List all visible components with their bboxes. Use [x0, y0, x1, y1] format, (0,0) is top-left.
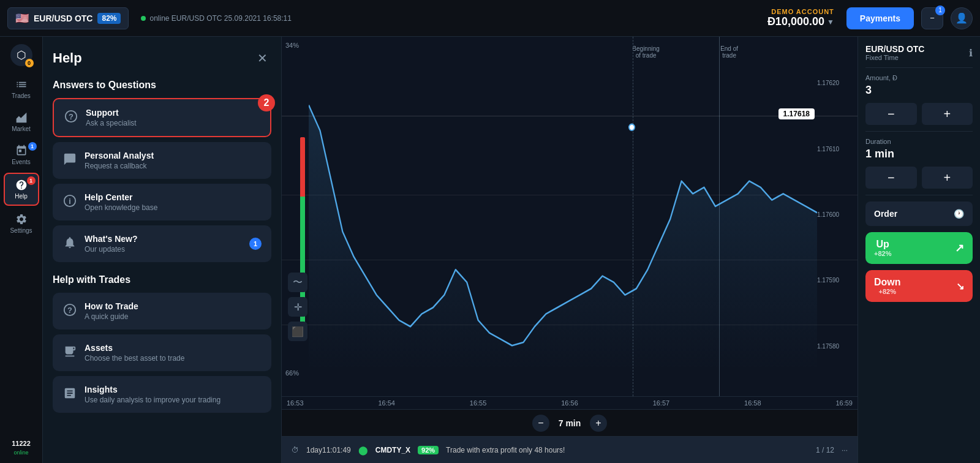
rp-amount-section: Amount, Đ 3: [865, 74, 973, 97]
up-button[interactable]: Up +82% ↗: [865, 232, 973, 264]
rp-duration-controls: − +: [865, 167, 973, 189]
help-item-insights[interactable]: Insights Use daily analysis to improve y…: [53, 376, 271, 413]
sidebar: ⬡ 0 Trades Market Events 1 Help 1 Settin…: [0, 37, 43, 463]
help-close-button[interactable]: ✕: [253, 49, 271, 67]
help-panel: Help ✕ Answers to Questions ? Support As…: [43, 37, 282, 463]
logo-badge: 0: [25, 59, 34, 67]
amount-minus-button[interactable]: −: [865, 103, 917, 125]
events-icon: [15, 145, 28, 157]
duration-minus-button[interactable]: −: [532, 415, 549, 432]
price-590: 1.17590: [817, 277, 854, 284]
payments-button[interactable]: Payments: [846, 7, 914, 29]
svg-text:i: i: [69, 196, 71, 205]
chart-tool-wave[interactable]: 〜: [288, 273, 307, 292]
events-badge: 1: [28, 142, 37, 151]
chart-svg: [309, 55, 817, 371]
help-item-howtotrade[interactable]: ? How to Trade A quick guide: [53, 293, 271, 329]
howtotrade-icon: ?: [62, 303, 77, 320]
sidebar-item-help[interactable]: Help 1: [4, 173, 39, 206]
rp-duration-section: Duration 1 min: [865, 138, 973, 160]
sidebar-item-trades[interactable]: Trades: [4, 73, 39, 104]
balance-value: Đ10,000.00: [767, 15, 824, 28]
sidebar-item-settings[interactable]: Settings: [4, 208, 39, 239]
sidebar-item-settings-label: Settings: [10, 227, 32, 234]
chart-tool-layout[interactable]: ⬛: [288, 322, 307, 341]
sidebar-item-events[interactable]: Events 1: [4, 140, 39, 170]
support-title: Support: [86, 108, 260, 118]
header-asset-section: 🇺🇸 EUR/USD OTC 82% online EUR/USD OTC 25…: [7, 7, 292, 29]
notif-dots[interactable]: ···: [842, 446, 848, 454]
svg-text:?: ?: [67, 305, 72, 314]
sidebar-item-events-label: Events: [12, 159, 31, 165]
duration-rp-plus-button[interactable]: +: [922, 167, 973, 189]
notif-asset: CMDTY_X: [375, 446, 410, 454]
minus-icon: −: [930, 13, 935, 23]
helpcenter-icon: i: [62, 194, 77, 211]
avatar-button[interactable]: 👤: [951, 7, 973, 29]
whatsnew-title: What's New?: [85, 234, 242, 244]
svg-point-7: [629, 124, 635, 130]
whatsnew-content: What's New? Our updates: [85, 234, 242, 254]
duration-rp-minus-button[interactable]: −: [865, 167, 917, 189]
rp-header: EUR/USD OTC Fixed Time ℹ: [865, 44, 973, 61]
chart-main: 34% 66% 1.17620 1.17610 1.17600 1.17590 …: [282, 37, 858, 396]
support-icon: ?: [64, 110, 78, 126]
chart-area: 34% 66% 1.17620 1.17610 1.17600 1.17590 …: [282, 37, 858, 463]
support-content: Support Ask a specialist: [86, 108, 260, 127]
helpcenter-title: Help Center: [85, 192, 262, 202]
notif-time: 1day11:01:49: [306, 446, 351, 454]
header: 🇺🇸 EUR/USD OTC 82% online EUR/USD OTC 25…: [0, 0, 980, 37]
insights-sub: Use daily analysis to improve your tradi…: [85, 396, 262, 404]
analyst-title: Personal Analyst: [85, 151, 262, 160]
down-button[interactable]: Down +82% ↘: [865, 270, 973, 302]
order-button[interactable]: Order 🕐: [865, 201, 973, 226]
rp-amount-label: Amount, Đ: [865, 74, 973, 81]
whatsnew-icon: [62, 236, 77, 252]
whatsnew-badge: 1: [249, 238, 262, 250]
flag-icon: 🇺🇸: [15, 12, 29, 25]
market-icon: [15, 111, 28, 124]
online-label: online: [13, 450, 28, 456]
chart-pct-top: 34%: [285, 42, 299, 49]
notif-clock-icon: ⏱: [292, 446, 299, 454]
chart-tool-crosshair[interactable]: ✛: [288, 297, 307, 317]
time-1658: 16:58: [744, 399, 761, 407]
help-item-analyst[interactable]: Personal Analyst Request a callback: [53, 142, 271, 179]
sidebar-item-market[interactable]: Market: [4, 107, 39, 137]
rp-type: Fixed Time: [865, 54, 924, 61]
help-item-helpcenter[interactable]: i Help Center Open knowledge base: [53, 184, 271, 220]
demo-label: DEMO ACCOUNT: [767, 8, 834, 15]
price-mid: 1.17610: [817, 146, 854, 152]
notif-pagination: 1 / 12: [816, 446, 834, 454]
time-1656: 16:56: [561, 399, 578, 407]
trades-icon: [15, 78, 28, 91]
sidebar-logo[interactable]: ⬡ 0: [10, 44, 32, 66]
up-pct: +82%: [874, 250, 891, 257]
rp-divider-1: [865, 67, 973, 68]
analyst-icon: [62, 152, 77, 169]
rp-duration-label: Duration: [865, 138, 973, 145]
notif-message: Trade with extra profit only 48 hours!: [446, 446, 809, 454]
user-icon: 👤: [956, 12, 968, 24]
amount-plus-button[interactable]: +: [922, 103, 973, 125]
online-count: 11222: [12, 440, 31, 447]
howtotrade-title: How to Trade: [85, 301, 262, 311]
price-axis: 1.17620 1.17610 1.17600 1.17590 1.17580: [817, 80, 854, 349]
sidebar-item-market-label: Market: [12, 126, 31, 132]
help-item-whatsnew[interactable]: What's New? Our updates 1: [53, 225, 271, 262]
notification-button[interactable]: − 1: [921, 7, 943, 29]
time-1654: 16:54: [378, 399, 395, 407]
asset-badge[interactable]: 🇺🇸 EUR/USD OTC 82%: [7, 7, 129, 29]
logo-icon: ⬡: [17, 48, 26, 62]
duration-plus-button[interactable]: +: [590, 415, 607, 432]
rp-info-icon[interactable]: ℹ: [969, 47, 973, 59]
rp-amount-controls: − +: [865, 103, 973, 125]
help-item-support[interactable]: ? Support Ask a specialist 2: [53, 98, 271, 137]
help-item-assets[interactable]: Assets Choose the best asset to trade: [53, 334, 271, 371]
settings-icon: [15, 213, 28, 225]
demo-balance[interactable]: Đ10,000.00 ▼: [767, 15, 834, 28]
price-high: 1.17620: [817, 80, 854, 86]
svg-text:?: ?: [69, 111, 74, 121]
time-1659: 16:59: [835, 399, 853, 407]
chart-bottom: − 7 min +: [282, 409, 858, 436]
